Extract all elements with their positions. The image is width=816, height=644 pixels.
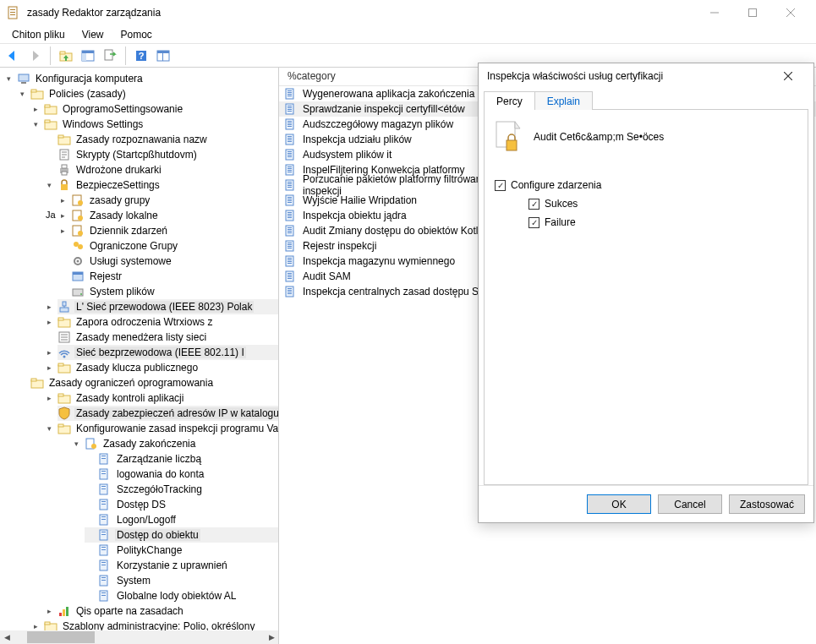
- expand-icon[interactable]: ▸: [44, 347, 54, 357]
- expand-icon[interactable]: ▾: [71, 439, 81, 449]
- tree-pane: ▾ Konfiguracja komputera ▾ Policies (zas…: [0, 68, 279, 644]
- tree-pubkey[interactable]: ▸Zasady klucza publicznego: [58, 360, 278, 375]
- checkbox-checked-icon[interactable]: ✓: [528, 217, 539, 228]
- policy-item-icon: [284, 285, 298, 298]
- maximize-button[interactable]: [733, 0, 771, 25]
- menu-help[interactable]: Pomoc: [112, 27, 161, 42]
- expand-icon[interactable]: ▸: [44, 363, 54, 373]
- tree-advaudit[interactable]: ▾Konfigurowanie zasad inspekcji programu…: [58, 421, 278, 436]
- tree-detailed[interactable]: Szczegóło​Tracking: [85, 482, 278, 497]
- expand-icon[interactable]: ▸: [58, 210, 68, 221]
- apply-button[interactable]: Zastosować: [729, 494, 805, 514]
- tree-logon[interactable]: Logon/Logoff: [85, 512, 278, 527]
- tree-nameres[interactable]: Zasady rozpoznawania nazw: [44, 132, 278, 147]
- cancel-button[interactable]: Cancel: [658, 494, 722, 514]
- tree-acctlogon[interactable]: logowania do konta: [85, 467, 278, 482]
- expand-icon[interactable]: ▾: [44, 423, 54, 434]
- back-button[interactable]: [3, 46, 22, 65]
- configure-checkbox-row[interactable]: ✓ Configure zdarzenia: [495, 179, 797, 191]
- showhide-button[interactable]: [79, 46, 97, 65]
- expand-icon[interactable]: ▸: [30, 104, 41, 114]
- expand-icon[interactable]: ▸: [44, 317, 54, 327]
- tree-sysservices[interactable]: Usługi systemowe: [58, 254, 278, 269]
- tree-wifi[interactable]: ▸Sieć bezprzewodowa (IEEE 802.11) I: [58, 345, 278, 360]
- menu-view[interactable]: View: [74, 27, 112, 42]
- scroll-right-icon[interactable]: ▶: [265, 630, 278, 644]
- tree-global[interactable]: Globalne lody obiektów AL: [85, 588, 278, 603]
- tree-software[interactable]: ▸Oprogramo​Settings​owanie: [30, 101, 278, 117]
- expand-icon[interactable]: ▸: [44, 606, 54, 616]
- expand-icon[interactable]: ▾: [3, 74, 14, 84]
- tree-appctrl[interactable]: ▸Zasady kontroli aplikacji: [58, 390, 278, 406]
- tree-system[interactable]: System: [85, 573, 278, 588]
- tab-explain[interactable]: Explain: [534, 91, 593, 110]
- tab-policy[interactable]: Percy: [484, 91, 535, 110]
- expand-icon[interactable]: ▸: [30, 621, 41, 630]
- tree-auditpol[interactable]: ▾Zasady zakończenia: [71, 436, 278, 451]
- dialog-titlebar[interactable]: Inspekcja właściwości usług certyfikacji: [479, 63, 813, 89]
- tree-restricted[interactable]: Ograniczone Grupy: [58, 238, 278, 254]
- export-button[interactable]: [101, 46, 119, 65]
- tree-account[interactable]: ▸zasady grupy: [58, 193, 278, 208]
- tree[interactable]: ▾ Konfiguracja komputera ▾ Policies (zas…: [0, 68, 278, 630]
- checkbox-checked-icon[interactable]: ✓: [528, 199, 539, 210]
- expand-icon[interactable]: ▸: [58, 195, 68, 205]
- success-checkbox-row[interactable]: ✓ Sukces: [528, 198, 797, 210]
- svg-rect-59: [58, 363, 63, 366]
- window-title: zasady Redaktor zarządzania: [27, 7, 695, 19]
- scroll-thumb[interactable]: [27, 631, 95, 643]
- list-item-name: Inspekcja udziału plików: [303, 134, 412, 145]
- help-button[interactable]: ?: [132, 46, 151, 65]
- tree-objaccess[interactable]: Dostęp do obiektu: [85, 527, 278, 543]
- expand-icon[interactable]: ▸: [58, 226, 68, 236]
- tree-filesystem[interactable]: System plików: [58, 284, 278, 299]
- filter-button[interactable]: [154, 46, 173, 65]
- svg-rect-126: [288, 155, 292, 156]
- tree-printers[interactable]: Wdrożone drukarki: [44, 162, 278, 177]
- tree-scripts[interactable]: Skrypty (Startcpßhutdovm): [44, 147, 278, 162]
- tree-eventlog[interactable]: ▸Dziennik zdarzeń: [58, 223, 278, 238]
- menu-file[interactable]: Chiton pliku: [3, 27, 74, 42]
- svg-rect-124: [288, 151, 292, 152]
- tree-policies[interactable]: ▾ Policies (zasady): [17, 86, 278, 101]
- tree-privuse[interactable]: Korzystanie z uprawnień: [85, 558, 278, 573]
- up-button[interactable]: [57, 46, 75, 65]
- tree-acctmgmt[interactable]: Zarządzanie liczbą: [85, 451, 278, 467]
- tree-label: L' Sieć przewodowa (IEEE 8023) Polak: [74, 301, 254, 313]
- tree-firewall[interactable]: ▸Zapora odroczenia Wtrxiows z: [58, 314, 278, 330]
- tree-softrest[interactable]: ▸Zasady ograniczeń oprogramowania: [58, 375, 278, 390]
- tree-label: Zasady klucza publicznego: [74, 362, 200, 374]
- scroll-left-icon[interactable]: ◀: [0, 630, 14, 644]
- tree-admtemplates[interactable]: ▸Szablony administracyjne: Polio, okréśl…: [30, 619, 278, 630]
- expand-icon[interactable]: ▸: [44, 302, 54, 312]
- expand-icon[interactable]: ▸: [44, 393, 54, 403]
- tree-hscroll[interactable]: ◀ ▶: [0, 630, 278, 644]
- checkbox-checked-icon[interactable]: ✓: [495, 180, 506, 191]
- dialog-close-button[interactable]: [771, 63, 805, 89]
- tree-registry[interactable]: Rejestr: [58, 269, 278, 284]
- ok-button[interactable]: OK: [587, 494, 651, 514]
- policy-item-icon: [284, 117, 298, 131]
- tree-local[interactable]: ▸Zasady lokalne: [58, 208, 278, 223]
- tree-ipsec[interactable]: Zasady zabezpieczeń adresów IP w katalog…: [58, 406, 278, 421]
- minimize-button[interactable]: [695, 0, 733, 25]
- svg-rect-26: [45, 120, 50, 123]
- expand-icon[interactable]: ▾: [44, 180, 54, 190]
- tree-security[interactable]: ▾Bezpiecze​Settings: [44, 177, 278, 193]
- tree-policychange[interactable]: Polityk​Change: [85, 543, 278, 558]
- forward-button[interactable]: [25, 46, 44, 65]
- svg-rect-100: [66, 607, 68, 616]
- tree-wired[interactable]: ▸L' Sieć przewodowa (IEEE 8023) Polak: [58, 299, 278, 314]
- svg-rect-164: [288, 273, 292, 274]
- tree-policyqos[interactable]: ▸Qis oparte na zasadach: [44, 603, 278, 619]
- tree-winsettings[interactable]: ▾Windows Settings: [30, 117, 278, 132]
- svg-rect-98: [59, 613, 62, 616]
- failure-checkbox-row[interactable]: ✓ Failure: [528, 216, 797, 228]
- expand-icon[interactable]: ▾: [17, 89, 27, 99]
- app-icon: [7, 6, 20, 19]
- tree-root[interactable]: ▾ Konfiguracja komputera: [3, 71, 278, 86]
- tree-netlist[interactable]: Zasady menedżera listy sieci: [58, 330, 278, 345]
- close-button[interactable]: [771, 0, 809, 25]
- expand-icon[interactable]: ▾: [30, 119, 41, 129]
- tree-dsaccess[interactable]: Dostęp DS: [85, 497, 278, 512]
